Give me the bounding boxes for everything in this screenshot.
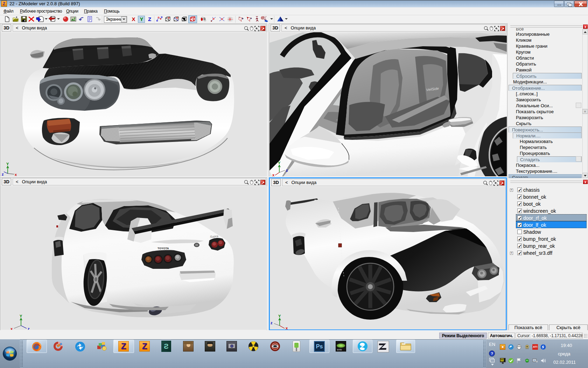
svg-text:Y: Y bbox=[20, 314, 22, 318]
svg-text:Y: Y bbox=[278, 161, 281, 165]
svg-text:x: x bbox=[286, 326, 288, 329]
svg-text:?: ? bbox=[491, 352, 493, 356]
svg-text:Y: Y bbox=[6, 162, 9, 166]
svg-text:TOYOTA: TOYOTA bbox=[158, 247, 169, 250]
svg-text:z: z bbox=[2, 172, 4, 176]
svg-text:z: z bbox=[28, 327, 30, 330]
svg-text:z: z bbox=[286, 168, 288, 172]
svg-text:z: z bbox=[271, 321, 273, 325]
svg-text:x: x bbox=[15, 172, 17, 176]
svg-text:x: x bbox=[272, 173, 275, 176]
svg-text:x: x bbox=[10, 327, 13, 330]
svg-text:Y: Y bbox=[278, 314, 281, 318]
